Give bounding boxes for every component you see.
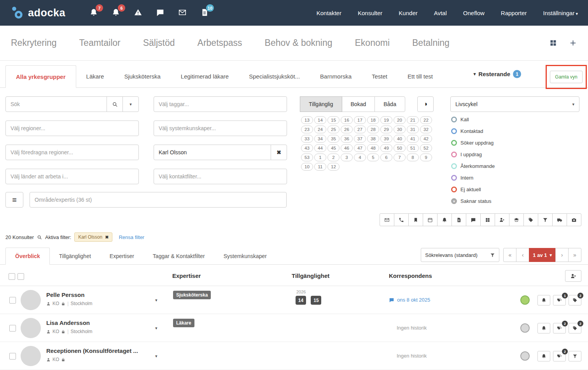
availability-week[interactable]: 15 [311,296,321,305]
week-button[interactable]: 3 [341,154,353,161]
week-button[interactable]: 13 [301,116,313,124]
week-button[interactable]: 49 [380,144,392,152]
select-page-checkbox[interactable] [18,273,24,280]
current-page-button[interactable]: 1 av 1 ▾ [529,248,556,262]
week-button[interactable]: 24 [314,126,326,133]
week-button[interactable]: 18 [367,116,379,124]
row-tag-filter-button[interactable]: 2 [569,295,581,305]
result-tab[interactable]: Expertiser [100,248,144,264]
result-tab[interactable]: Överblick [5,248,50,265]
toolbar-envelope-button[interactable] [380,213,394,226]
select-all-checkbox[interactable] [9,273,15,280]
week-button[interactable]: 47 [354,144,366,152]
profession-tab[interactable]: Legitimerad läkare [171,65,239,87]
bell-icon-2[interactable]: 6 [112,8,121,17]
close-icon[interactable]: ✖ [105,235,108,240]
status-dot-icon[interactable] [520,351,530,361]
top-nav-item[interactable]: Kontakter [317,10,341,16]
week-button[interactable]: 51 [407,144,419,152]
week-button[interactable]: 16 [341,116,353,124]
week-button[interactable]: 17 [354,116,366,124]
sort-select[interactable]: Sökrelevans (standard) [421,248,499,262]
week-button[interactable]: 15 [327,116,340,124]
regions-input[interactable] [5,120,139,136]
module-nav-item[interactable]: Teamtailor [79,38,121,48]
week-button[interactable]: 50 [394,144,406,152]
toolbar-graduation-button[interactable] [509,213,524,226]
availability-week[interactable]: 14 [296,296,306,305]
search-options-button[interactable]: ▾ [122,96,139,112]
week-button[interactable]: 33 [301,135,313,143]
week-button[interactable]: 14 [314,116,326,124]
resterande-dropdown[interactable]: ▾ Resterande 1 [474,70,521,78]
row-checkbox[interactable] [9,297,16,304]
row-checkbox[interactable] [9,353,16,360]
week-button[interactable]: 29 [380,126,392,133]
row-bell-button[interactable] [537,323,550,333]
envelope-icon[interactable] [178,8,187,17]
module-nav-item[interactable]: Betalning [412,38,450,48]
next-page-button[interactable]: › [555,248,569,262]
toolbar-grid-button[interactable] [480,213,495,226]
clear-consultant-button[interactable]: ✖ [271,145,287,160]
toolbar-filter-button[interactable] [538,213,553,226]
week-button[interactable]: 21 [407,116,419,124]
consultant-name[interactable]: Pelle Persson [46,291,149,298]
toolbar-chat-button[interactable] [466,213,481,226]
tags-input[interactable] [154,96,287,112]
add-consultant-button[interactable] [565,270,581,282]
week-button[interactable]: 48 [367,144,379,152]
toolbar-person-add-button[interactable] [495,213,509,226]
availability-toggle-option[interactable]: Tillgänglig [300,96,342,112]
first-page-button[interactable]: « [503,248,516,262]
row-bell-button[interactable] [537,351,550,361]
lifecycle-status[interactable]: Intern [451,175,495,181]
week-button[interactable]: 44 [314,144,326,152]
week-button[interactable]: 42 [420,135,432,143]
consultant-name[interactable]: Receptionen (Konsultföretaget ... [46,347,149,354]
countries-input[interactable] [5,169,139,184]
system-skills-input[interactable] [154,120,287,136]
row-checkbox[interactable] [9,325,16,332]
week-button[interactable]: 30 [394,126,406,133]
week-button[interactable]: 41 [407,135,419,143]
row-tags-button[interactable]: 1 [553,295,566,305]
result-tab[interactable]: Taggar & Kontaktfilter [144,248,214,264]
week-button[interactable]: 35 [327,135,340,143]
week-button[interactable]: 10 [301,163,313,171]
week-button[interactable]: 40 [394,135,406,143]
toolbar-bell-button[interactable] [437,213,452,226]
consultant-name[interactable]: Lisa Andersson [46,319,149,326]
menu-button[interactable]: ≡ [5,192,23,208]
row-filter-button[interactable] [569,351,581,361]
week-button[interactable]: 46 [341,144,353,152]
lifecycle-status[interactable]: Ej aktuell [451,187,495,192]
toolbar-calendar-button[interactable] [423,213,438,226]
top-nav-item[interactable]: Avtal [434,10,447,16]
week-button[interactable]: 52 [420,144,432,152]
week-button[interactable]: 20 [394,116,406,124]
brand[interactable]: adocka [10,5,65,20]
week-button[interactable]: 45 [327,144,340,152]
toolbar-document-button[interactable] [452,213,466,226]
old-view-button[interactable]: Gamla vyn [550,71,582,83]
result-tab[interactable]: Tillgänglighet [50,248,100,264]
preferred-regions-input[interactable] [5,145,139,160]
lifecycle-status[interactable]: Kall [451,117,495,122]
availability-toggle-option[interactable]: Båda [374,96,405,112]
week-button[interactable]: 5 [367,154,379,161]
availability-toggle-option[interactable]: Bokad [342,96,375,112]
toolbar-phone-button[interactable] [394,213,409,226]
lifecycle-status[interactable]: Söker uppdrag [451,140,495,146]
profession-tab[interactable]: Läkare [76,65,114,87]
clear-filters-link[interactable]: Rensa filter [119,234,144,240]
top-nav-item[interactable]: Rapporter [501,10,527,16]
module-nav-item[interactable]: Arbetspass [198,38,242,48]
week-button[interactable]: 39 [380,135,392,143]
top-nav-item[interactable]: Kunder [399,10,417,16]
profession-tab[interactable]: Testet [362,65,397,87]
profession-tab[interactable]: Barnmorska [310,65,362,87]
row-tags-button[interactable]: 2 [553,351,566,361]
lifecycle-select[interactable]: Livscykel ▾ [450,96,579,112]
week-button[interactable]: 2 [327,154,340,161]
